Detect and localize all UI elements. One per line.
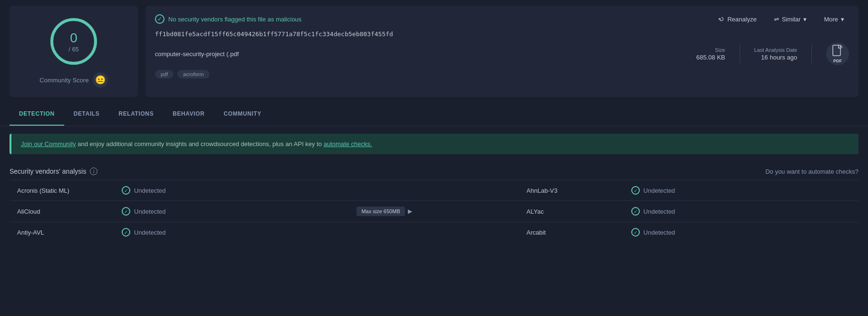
check-icon-1-left: ✓: [122, 207, 130, 216]
score-card: 0 / 65 Community Score 😐: [10, 6, 138, 97]
vendor-name-left-1: AliCloud: [10, 201, 114, 222]
vendors-section: Security vendors' analysis i Do you want…: [10, 162, 858, 242]
status-text-0-left: Undetected: [134, 187, 166, 194]
reanalyze-icon: ↻: [717, 14, 726, 24]
top-section: 0 / 65 Community Score 😐 ✓ No security v…: [0, 0, 868, 103]
vendor-status-right-0: ✓ Undetected: [624, 180, 858, 201]
file-name: computer-security-project (.pdf: [155, 50, 239, 58]
vendor-status-left-0: ✓ Undetected: [114, 180, 349, 201]
status-text-2-left: Undetected: [134, 229, 166, 236]
more-chevron-icon: ▾: [841, 16, 844, 23]
check-icon-1-right: ✓: [631, 207, 640, 216]
similar-icon: ⇌: [774, 16, 779, 23]
size-meta: Size 685.08 KB: [696, 47, 725, 61]
vendor-status-right-1: ✓ Undetected: [624, 201, 858, 222]
tag-acroform[interactable]: acroform: [177, 70, 209, 79]
size-value: 685.08 KB: [696, 54, 725, 61]
size-label: Size: [696, 47, 725, 53]
score-total: / 65: [68, 46, 79, 53]
analysis-label: Last Analysis Date: [754, 47, 798, 53]
vendor-name-left-2: Antiy-AVL: [10, 222, 114, 243]
check-circle-icon: ✓: [155, 14, 164, 24]
vendors-title: Security vendors' analysis i: [10, 168, 97, 175]
tab-behavior[interactable]: BEHAVIOR: [163, 103, 214, 126]
reanalyze-button[interactable]: ↻ Reanalyze: [714, 12, 761, 26]
tab-details[interactable]: DETAILS: [64, 103, 109, 126]
community-score-label: Community Score: [39, 77, 88, 84]
status-text-1-right: Undetected: [644, 208, 675, 215]
info-icon[interactable]: i: [90, 168, 97, 175]
vendor-status-right-2: ✓ Undetected: [624, 222, 858, 243]
vendor-status-left-2: ✓ Undetected: [114, 222, 349, 243]
vendors-header: Security vendors' analysis i Do you want…: [10, 162, 858, 180]
check-icon-2-right: ✓: [631, 228, 640, 237]
arrow-right-icon: ▶: [408, 208, 412, 215]
table-row: Acronis (Static ML) ✓ Undetected AhnLab-…: [10, 180, 858, 201]
join-community-link[interactable]: Join our Community: [21, 140, 76, 148]
status-text-1-left: Undetected: [134, 208, 166, 215]
file-meta: computer-security-project (.pdf Size 685…: [155, 42, 849, 65]
more-button[interactable]: More ▾: [819, 13, 849, 26]
no-threat-badge: ✓ No security vendors flagged this file …: [155, 14, 301, 24]
file-meta-right: Size 685.08 KB Last Analysis Date 16 hou…: [696, 42, 849, 65]
table-row: Antiy-AVL ✓ Undetected Arcabit ✓ Undetec…: [10, 222, 858, 243]
file-info-card: ✓ No security vendors flagged this file …: [145, 6, 858, 97]
tag-pdf[interactable]: pdf: [155, 70, 174, 79]
pdf-icon: PDF: [826, 42, 849, 65]
tab-community[interactable]: COMMUNITY: [214, 103, 270, 126]
automate-text: Do you want to automate checks?: [765, 168, 858, 175]
status-text-0-right: Undetected: [644, 187, 675, 194]
header-actions: ↻ Reanalyze ⇌ Similar ▾ More ▾: [714, 12, 849, 26]
table-row: AliCloud ✓ Undetected Max size 650MB ▶ A…: [10, 201, 858, 222]
tab-detection[interactable]: DETECTION: [10, 103, 64, 126]
community-banner: Join our Community and enjoy additional …: [10, 134, 858, 154]
vendors-title-text: Security vendors' analysis: [10, 168, 86, 175]
check-icon-0-right: ✓: [631, 186, 640, 195]
score-circle: 0 / 65: [48, 15, 100, 68]
similar-button[interactable]: ⇌ Similar ▾: [769, 13, 812, 26]
vendor-name-left-0: Acronis (Static ML): [10, 180, 114, 201]
similar-label: Similar: [782, 16, 801, 23]
tags-row: pdf acroform: [155, 70, 849, 79]
score-value: 0: [68, 30, 79, 46]
banner-message: and enjoy additional community insights …: [77, 140, 323, 148]
vendor-name-right-0: AhnLab-V3: [519, 180, 624, 201]
score-text: 0 / 65: [68, 30, 79, 53]
check-icon-0-left: ✓: [122, 186, 130, 195]
score-bottom: Community Score 😐: [39, 72, 107, 88]
vendor-status-left-1: ✓ Undetected: [114, 201, 349, 222]
vendor-name-right-2: Arcabit: [519, 222, 624, 243]
status-text-2-right: Undetected: [644, 229, 675, 236]
vendors-table: Acronis (Static ML) ✓ Undetected AhnLab-…: [10, 180, 858, 242]
tooltip-badge: Max size 650MB: [357, 207, 405, 216]
file-hash[interactable]: ff1bd081fe5acdf15ff65c049426b1ff5771a78f…: [155, 30, 849, 38]
meta-divider: [740, 44, 740, 63]
meta-divider-2: [811, 44, 812, 63]
file-header: ✓ No security vendors flagged this file …: [155, 12, 849, 26]
automate-link[interactable]: automate checks.: [324, 140, 372, 148]
smiley-icon: 😐: [93, 72, 108, 88]
reanalyze-label: Reanalyze: [727, 16, 756, 23]
vendor-name-right-1: ALYac: [519, 201, 624, 222]
svg-rect-2: [833, 45, 840, 56]
file-name-text: computer-security-project (.pdf: [155, 50, 239, 58]
similar-chevron-icon: ▾: [803, 16, 807, 23]
analysis-value: 16 hours ago: [754, 54, 798, 61]
analysis-meta: Last Analysis Date 16 hours ago: [754, 47, 798, 61]
no-threat-text: No security vendors flagged this file as…: [168, 16, 301, 23]
tab-relations[interactable]: RELATIONS: [109, 103, 163, 126]
more-label: More: [824, 16, 838, 23]
pdf-label: PDF: [833, 59, 842, 63]
tabs-bar: DETECTION DETAILS RELATIONS BEHAVIOR COM…: [0, 103, 868, 126]
check-icon-2-left: ✓: [122, 228, 130, 237]
